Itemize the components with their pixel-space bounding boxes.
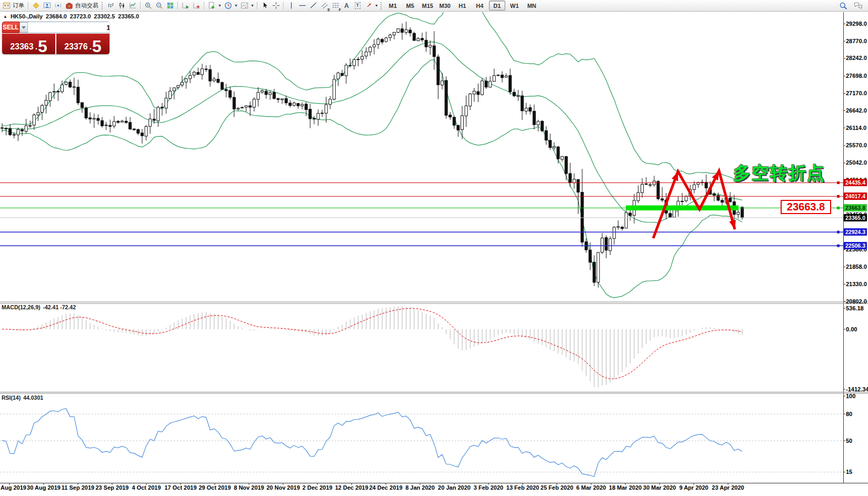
price-badge: 24435.4: [844, 179, 867, 186]
macd-indicator-label: MACD(12,26,9) -42.41 -72.42: [2, 304, 76, 310]
toolbar-grip: [102, 2, 104, 9]
timeframe-H4[interactable]: H4: [472, 1, 488, 11]
new-order-label[interactable]: 订单: [13, 2, 24, 9]
timeframe-group: M1M5M15M30H1H4D1W1MN: [384, 1, 541, 11]
separator: [177, 2, 178, 9]
buy-price-main: 23376: [64, 43, 88, 51]
separator: [257, 2, 258, 9]
text-tool-icon[interactable]: A: [341, 1, 352, 11]
trendline-tool-icon[interactable]: [308, 1, 319, 11]
chart-title: ▲ HK50-,Daily 23684.0 23723.0 23302.5 23…: [3, 13, 139, 19]
rsi-value: 44.0301: [23, 394, 43, 401]
macd-name: MACD(12,26,9): [2, 304, 41, 310]
volume-input[interactable]: [28, 22, 109, 33]
timeframe-H1[interactable]: H1: [454, 1, 471, 11]
toolbar-right: [837, 1, 864, 11]
timeframe-W1[interactable]: W1: [506, 1, 523, 11]
time-label: 23 Apr 2020: [705, 484, 751, 491]
line-chart-icon[interactable]: [127, 1, 138, 11]
bar-chart-icon[interactable]: [105, 1, 116, 11]
timeframe-M30[interactable]: M30: [437, 1, 453, 11]
arrows-caret[interactable]: ▼: [375, 4, 378, 7]
ohlc-open: 23684.0: [46, 13, 67, 19]
rsi-panel[interactable]: [0, 393, 843, 483]
rsi-scale-tick: 80: [846, 411, 852, 417]
collapse-arrow-icon[interactable]: ▲: [3, 14, 7, 19]
mt4-window: 订单 自动交易 ▼ ▼ ▼ E F A T ▼: [0, 0, 868, 496]
data-window-icon[interactable]: [42, 1, 53, 11]
market-watch-icon[interactable]: [31, 1, 42, 11]
new-chart-button[interactable]: [206, 1, 217, 11]
price-badge: 24017.4: [844, 193, 867, 200]
tile-windows-icon[interactable]: [165, 1, 176, 11]
sell-price-big: 5: [38, 39, 47, 54]
price-badge: 22506.3: [844, 242, 867, 249]
buy-price-dot: .: [89, 43, 92, 51]
rsi-scale-tick: 100: [846, 393, 855, 399]
price-tick: 25570.0: [846, 143, 867, 148]
macd-panel[interactable]: [0, 303, 843, 392]
price-tick: 26114.0: [846, 125, 866, 131]
arrows-tool-icon[interactable]: [363, 1, 374, 11]
macd-scale-tick: 0.00: [846, 327, 857, 332]
buy-price[interactable]: 23376.5: [56, 34, 109, 54]
new-order-button[interactable]: [1, 1, 12, 11]
separator: [283, 2, 284, 9]
rsi-scale-tick: 50: [846, 438, 852, 444]
text-tool-letter: A: [344, 2, 349, 9]
broadcast-icon[interactable]: [53, 1, 64, 11]
new-chart-caret[interactable]: ▼: [218, 4, 222, 7]
main-chart-panel[interactable]: [0, 12, 843, 302]
symbol-period: HK50-,Daily: [11, 13, 43, 19]
autotrading-label[interactable]: 自动交易: [75, 2, 98, 9]
vertical-line-tool-icon[interactable]: [286, 1, 297, 11]
chart-shift-icon[interactable]: [191, 1, 202, 11]
crosshair-tool-icon[interactable]: [271, 1, 282, 11]
price-tick: 27170.0: [846, 90, 867, 96]
period-clock-icon[interactable]: [223, 1, 234, 11]
chat-icon[interactable]: [853, 1, 864, 11]
ohlc-close: 23365.0: [118, 13, 139, 19]
volume-decrease-button[interactable]: [19, 22, 28, 33]
volume-stepper: [19, 22, 109, 33]
timeframe-M1[interactable]: M1: [385, 1, 401, 11]
zoom-in-icon[interactable]: [143, 1, 154, 11]
price-tick: 28242.0: [846, 55, 867, 61]
search-icon[interactable]: [837, 1, 849, 11]
toolbar-grip: [381, 2, 383, 9]
zoom-out-icon[interactable]: [154, 1, 165, 11]
turning-point-annotation[interactable]: 多空转折点: [733, 161, 825, 185]
separator: [140, 2, 141, 9]
label-tool-icon[interactable]: T: [352, 1, 363, 11]
ohlc-high: 23723.0: [70, 13, 91, 19]
timeframe-MN[interactable]: MN: [524, 1, 540, 11]
timeframe-M5[interactable]: M5: [402, 1, 418, 11]
cursor-tool-icon[interactable]: [260, 1, 271, 11]
macd-scale-tick: -1412.34: [846, 387, 868, 392]
sell-button[interactable]: SELL: [2, 22, 19, 33]
sell-price-dot: .: [35, 43, 37, 51]
candlestick-chart-icon[interactable]: [116, 1, 127, 11]
price-tick: 26642.0: [846, 108, 867, 114]
one-click-trading-panel: SELL BUY 23363.5 23376.5: [2, 22, 109, 54]
fibonacci-tool-icon[interactable]: F: [330, 1, 341, 11]
separator: [28, 2, 29, 9]
horizontal-line-tool-icon[interactable]: [297, 1, 308, 11]
price-level-callout[interactable]: 23663.8: [781, 200, 831, 214]
price-tick: 21858.0: [846, 264, 867, 270]
auto-scroll-icon[interactable]: [180, 1, 191, 11]
period-caret[interactable]: ▼: [234, 4, 238, 7]
ohlc-low: 23302.5: [94, 13, 115, 19]
rsi-name: RSI(14): [2, 394, 21, 401]
timeframe-D1[interactable]: D1: [489, 1, 505, 11]
rsi-scale-tick: 15: [846, 469, 852, 475]
triangle-down-icon: [22, 26, 26, 29]
timeframe-M15[interactable]: M15: [420, 1, 436, 11]
autotrading-icon[interactable]: [64, 1, 75, 11]
channel-tool-icon[interactable]: E: [319, 1, 330, 11]
sell-price[interactable]: 23363.5: [2, 34, 55, 54]
price-tick: 29298.0: [846, 21, 867, 27]
rsi-indicator-label: RSI(14) 44.0301: [2, 394, 43, 401]
template-caret[interactable]: ▼: [251, 4, 254, 7]
template-icon[interactable]: [239, 1, 250, 11]
